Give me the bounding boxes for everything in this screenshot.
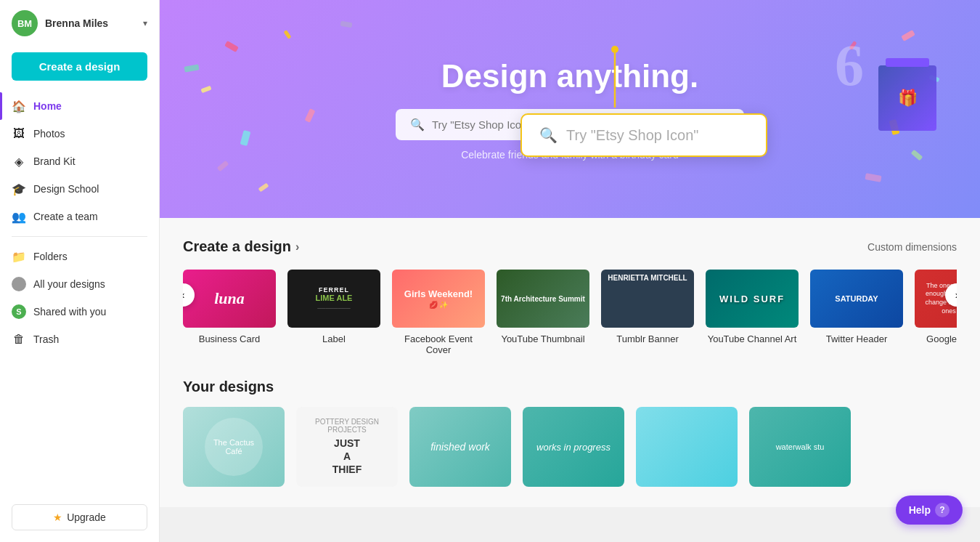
- search-icon: 🔍: [410, 118, 425, 132]
- design-item-2[interactable]: POTTERY DESIGN PROJECTS JUSTATHIEF: [296, 407, 398, 487]
- create-design-button[interactable]: Create a design: [12, 52, 147, 81]
- sidebar-item-photos[interactable]: 🖼 Photos: [0, 120, 159, 147]
- upgrade-icon: ★: [53, 511, 62, 523]
- carousel-item-google-plus[interactable]: The ones who are crazy enough to think t…: [915, 270, 957, 355]
- carousel-item-label: Google+ Header: [926, 333, 957, 344]
- user-profile[interactable]: BM Brenna Miles ▾: [0, 0, 159, 46]
- facebook-event-thumb: Girls Weekend! 💋 ✨: [392, 270, 485, 328]
- design-item-1[interactable]: The Cactus Café: [183, 407, 285, 487]
- content-area: Create a design › Custom dimensions ‹ lu…: [160, 218, 980, 507]
- carousel-item-label: Tumblr Banner: [616, 333, 679, 344]
- school-icon: 🎓: [12, 182, 26, 196]
- sidebar: BM Brenna Miles ▾ Create a design 🏠 Home…: [0, 0, 160, 542]
- help-icon: ?: [935, 503, 950, 517]
- sidebar-item-label: Brand Kit: [33, 155, 75, 167]
- sidebar-item-shared[interactable]: S Shared with you: [0, 298, 159, 325]
- sidebar-item-home[interactable]: 🏠 Home: [0, 92, 159, 120]
- sidebar-item-label: Photos: [33, 128, 65, 139]
- main-content: 🎁 6 Design anything. 🔍 Celebrate friends…: [160, 0, 980, 542]
- sidebar-item-trash[interactable]: 🗑 Trash: [0, 325, 159, 353]
- twitter-header-thumb: SATURDAY: [810, 270, 903, 328]
- create-section-header: Create a design › Custom dimensions: [183, 238, 957, 255]
- carousel-item-tumblr-banner[interactable]: HENRIETTA MITCHELL Tumblr Banner: [601, 270, 694, 355]
- trash-icon: 🗑: [12, 332, 26, 347]
- sidebar-item-create-team[interactable]: 👥 Create a team: [0, 203, 159, 230]
- youtube-thumbnail-thumb: 7th Architecture Summit: [497, 270, 589, 328]
- spotlight-overlay: 🔍 Try "Etsy Shop Icon": [520, 113, 767, 157]
- help-label: Help: [909, 504, 931, 516]
- upgrade-label: Upgrade: [67, 511, 106, 523]
- user-name: Brenna Miles: [45, 17, 136, 29]
- tumblr-banner-thumb: HENRIETTA MITCHELL: [601, 270, 694, 328]
- design-item-5[interactable]: [636, 407, 738, 487]
- design-item-4[interactable]: works in progress: [523, 407, 624, 487]
- business-card-thumb: luna: [183, 270, 276, 328]
- custom-dimensions-link[interactable]: Custom dimensions: [867, 241, 957, 253]
- sidebar-item-label: Trash: [33, 333, 59, 345]
- team-icon: 👥: [12, 209, 26, 224]
- sidebar-item-label: Home: [33, 100, 62, 112]
- sidebar-item-label: Design School: [33, 183, 99, 195]
- brand-icon: ◈: [12, 154, 26, 169]
- your-designs-section: Your designs The Cactus Café POTTERY DES…: [183, 379, 957, 487]
- sidebar-item-folders[interactable]: 📁 Folders: [0, 243, 159, 270]
- create-section-title: Create a design ›: [183, 238, 299, 255]
- youtube-channel-art-thumb: WILD SURF: [706, 270, 799, 328]
- spotlight-input-text: Try "Etsy Shop Icon": [566, 127, 748, 144]
- carousel-item-youtube-thumbnail[interactable]: 7th Architecture Summit YouTube Thumbnai…: [497, 270, 589, 355]
- carousel-item-label: Twitter Header: [826, 333, 888, 344]
- carousel-item-label: Facebook Event Cover: [392, 333, 485, 355]
- sidebar-bottom: ★ Upgrade: [0, 493, 159, 542]
- sidebar-item-brand-kit[interactable]: ◈ Brand Kit: [0, 147, 159, 175]
- design-item-6[interactable]: waterwalk stu: [749, 407, 851, 487]
- carousel-item-label: YouTube Thumbnail: [501, 333, 584, 344]
- carousel-item-business-card[interactable]: luna Business Card: [183, 270, 276, 355]
- nav-divider: [12, 236, 147, 237]
- spotlight-search-box[interactable]: 🔍 Try "Etsy Shop Icon": [520, 113, 767, 157]
- carousel-item-youtube-channel-art[interactable]: WILD SURF YouTube Channel Art: [706, 270, 799, 355]
- spotlight-search-icon: 🔍: [539, 126, 558, 144]
- annotation-arrow-svg: [593, 42, 738, 115]
- carousel-items: luna Business Card FERREL LIME ALE ─────…: [183, 270, 957, 355]
- sidebar-item-label: Create a team: [33, 211, 98, 222]
- hero-banner: 🎁 6 Design anything. 🔍 Celebrate friends…: [160, 0, 980, 218]
- carousel-item-label: Label: [322, 333, 346, 344]
- avatar: BM: [12, 10, 38, 36]
- carousel-item-label[interactable]: FERREL LIME ALE ──────── Label: [287, 270, 380, 355]
- carousel-item-facebook-event[interactable]: Girls Weekend! 💋 ✨ Facebook Event Cover: [392, 270, 485, 355]
- carousel-item-label: Business Card: [199, 333, 261, 344]
- shared-icon: S: [12, 304, 26, 319]
- folder-icon: 📁: [12, 249, 26, 264]
- chevron-down-icon: ▾: [143, 18, 147, 28]
- all-designs-icon: [12, 277, 26, 291]
- svg-point-1: [611, 46, 618, 53]
- your-designs-title: Your designs: [183, 379, 957, 395]
- sidebar-item-label: Shared with you: [33, 306, 106, 317]
- photo-icon: 🖼: [12, 126, 26, 141]
- sidebar-item-all-designs[interactable]: All your designs: [0, 270, 159, 298]
- design-carousel: ‹ luna Business Card FERREL LIME ALE ───…: [183, 270, 957, 355]
- design-item-3[interactable]: finished work: [409, 407, 511, 487]
- sidebar-item-label: Folders: [33, 251, 68, 262]
- help-button[interactable]: Help ?: [896, 496, 963, 525]
- sidebar-item-label: All your designs: [33, 278, 105, 290]
- carousel-item-twitter-header[interactable]: SATURDAY Twitter Header: [810, 270, 903, 355]
- carousel-item-label: YouTube Channel Art: [708, 333, 797, 344]
- designs-grid: The Cactus Café POTTERY DESIGN PROJECTS …: [183, 407, 957, 487]
- section-arrow-icon: ›: [295, 240, 299, 254]
- home-icon: 🏠: [12, 99, 26, 113]
- label-thumb: FERREL LIME ALE ────────: [287, 270, 380, 328]
- upgrade-button[interactable]: ★ Upgrade: [12, 504, 147, 530]
- sidebar-item-design-school[interactable]: 🎓 Design School: [0, 175, 159, 203]
